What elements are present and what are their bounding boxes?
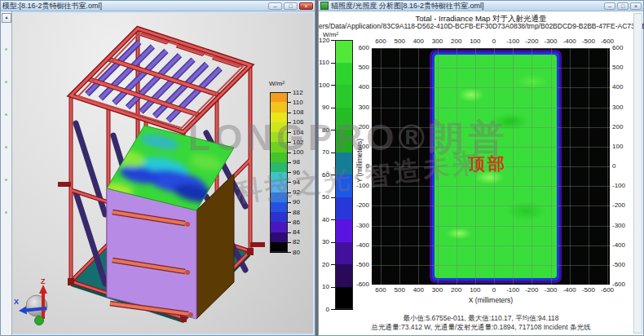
x-axis-title: X (millimeters) <box>372 296 610 304</box>
y-axis-ball-icon <box>35 316 44 325</box>
y-tick-left: 500 <box>348 64 369 71</box>
z-axis-arrow-icon <box>39 285 47 294</box>
colorbar-label: 0 <box>319 307 329 313</box>
x-tick-bottom: -500 <box>582 287 595 294</box>
colorbar-label: 80 <box>293 250 300 256</box>
y-tick-left: -600 <box>348 281 369 288</box>
colorbar-tick <box>288 162 291 163</box>
colorbar-label: 112 <box>293 90 303 96</box>
colorbar-label: 110 <box>319 60 329 66</box>
irradiance-window-title: 辐照度/光照度 分析图[8.16-2贵特橱往书室.oml] <box>331 1 602 11</box>
colorbar-label: 50 <box>319 194 329 201</box>
y-tick-right: -200 <box>612 202 625 209</box>
x-tick-top: -200 <box>525 38 538 45</box>
colorbar-label: 30 <box>319 239 329 245</box>
colorbar-label: 90 <box>319 104 329 111</box>
colorbar-label: 60 <box>319 172 329 179</box>
colorbar-label: 108 <box>293 109 303 116</box>
y-tick-left: 200 <box>348 124 369 130</box>
y-tick-right: 600 <box>612 45 623 51</box>
axis-triad: Z X <box>14 277 47 325</box>
colorbar-tick <box>288 122 291 123</box>
y-tick-left: -200 <box>348 202 369 209</box>
y-tick-left: -400 <box>348 242 369 249</box>
model-colorbar-unit: W/m² <box>269 80 285 87</box>
analysis-icon <box>320 2 329 10</box>
colorbar-label: 92 <box>293 189 300 196</box>
colorbar-tick <box>288 252 291 253</box>
y-tick-right: 200 <box>612 124 623 130</box>
y-tick-right: 500 <box>612 64 623 71</box>
x-tick-top: 0 <box>492 38 496 45</box>
colorbar-label: 110 <box>293 99 303 106</box>
x-tick-bottom: 300 <box>432 287 443 294</box>
colorbar-tick <box>288 242 291 243</box>
x-tick-top: 200 <box>451 38 461 45</box>
y-tick-left: 400 <box>348 84 369 91</box>
colorbar-label: 86 <box>293 219 300 226</box>
colorbar-label: 88 <box>293 210 300 216</box>
map-file-path: ers/Data/Application/83C9A118-D562-410D-… <box>319 22 643 30</box>
z-axis-label: Z <box>41 277 46 285</box>
colorbar-tick <box>288 153 291 153</box>
colorbar-tick <box>288 92 291 93</box>
x-tick-bottom: -400 <box>563 287 576 294</box>
colorbar-tick <box>288 182 291 183</box>
y-tick-left: 300 <box>348 104 369 111</box>
colorbar-tick <box>288 192 291 193</box>
map-annotation: 顶部 <box>468 153 507 175</box>
colorbar-label: 90 <box>293 199 300 206</box>
y-tick-right: 300 <box>612 104 623 111</box>
vertical-scrollbar[interactable] <box>633 13 642 334</box>
y-tick-left: -100 <box>348 183 369 189</box>
x-tick-bottom: 200 <box>451 287 461 294</box>
desktop: 模型:[8.16-2贵特橱往书室.oml] – □ × ▴ <box>0 0 644 336</box>
irradiance-window-titlebar[interactable]: 辐照度/光照度 分析图[8.16-2贵特橱往书室.oml] – □ × <box>319 1 643 11</box>
x-tick-top: 500 <box>394 38 404 45</box>
colorbar-label: 96 <box>293 170 300 176</box>
x-tick-bottom: -300 <box>545 287 558 294</box>
colorbar-label: 40 <box>319 217 329 223</box>
x-tick-top: 400 <box>413 38 424 45</box>
x-axis-arrow-icon <box>19 307 27 315</box>
x-tick-bottom: -100 <box>506 287 519 294</box>
restore-button[interactable]: □ <box>617 2 629 10</box>
colorbar-tick <box>288 172 291 173</box>
minimize-button[interactable]: – <box>604 2 615 10</box>
colorbar-tick <box>288 232 291 233</box>
x-tick-bottom: 500 <box>394 287 404 294</box>
colorbar-frame <box>335 40 353 309</box>
colorbar-tick <box>288 102 291 103</box>
x-axis-label-triad: X <box>14 298 19 306</box>
colorbar-label: 10 <box>319 284 329 290</box>
irradiance-map-canvas[interactable]: 顶部 <box>372 48 610 285</box>
irradiance-window-controls: – □ × <box>604 2 642 10</box>
colorbar-label: 20 <box>319 262 329 268</box>
colorbar-label: 100 <box>293 149 303 156</box>
close-button[interactable]: × <box>630 2 642 10</box>
x-tick-bottom: 100 <box>470 287 480 294</box>
x-tick-top: -500 <box>582 38 595 45</box>
colorbar-tick <box>288 212 291 213</box>
colorbar-label: 98 <box>293 159 300 166</box>
colorbar-tick <box>288 202 291 203</box>
y-tick-right: 0 <box>612 163 615 170</box>
colorbar-label: 120 <box>319 38 329 44</box>
y-tick-right: -100 <box>612 183 625 189</box>
x-tick-bottom: 400 <box>413 287 424 294</box>
y-tick-right: -500 <box>612 262 625 268</box>
colorbar-label: 94 <box>293 179 300 186</box>
y-tick-left: 0 <box>348 163 369 170</box>
colorbar-label: 100 <box>319 82 329 89</box>
colorbar-frame <box>270 92 288 252</box>
colorbar-label: 104 <box>293 130 303 136</box>
y-tick-left: 600 <box>348 45 369 51</box>
y-tick-right: -600 <box>612 281 625 288</box>
colorbar-tick <box>288 142 291 143</box>
colorbar-label: 102 <box>293 139 303 146</box>
colorbar-label: 70 <box>319 149 329 156</box>
x-tick-top: -300 <box>545 38 558 45</box>
colorbar-label: 80 <box>319 127 329 134</box>
x-tick-top: 600 <box>375 38 386 45</box>
3d-model-scene[interactable]: Z X <box>1 1 316 336</box>
